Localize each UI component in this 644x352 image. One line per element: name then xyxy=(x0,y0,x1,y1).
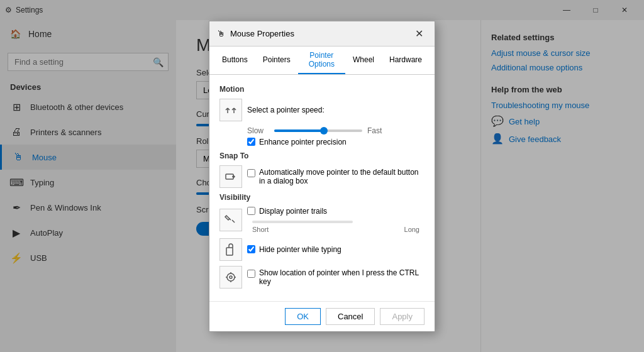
dialog-body: Motion Select a pointer speed: Slow xyxy=(209,75,435,301)
trails-slider[interactable] xyxy=(252,221,353,223)
motion-icon xyxy=(219,99,242,121)
show-ctrl-label: Show location of pointer when I press th… xyxy=(259,268,425,286)
speed-fill xyxy=(274,129,323,132)
dialog-title-icon: 🖱 xyxy=(217,29,225,38)
precision-label: Enhance pointer precision xyxy=(259,138,347,146)
trails-icon xyxy=(219,209,242,231)
show-ctrl-icon xyxy=(219,266,242,289)
dialog-titlebar: 🖱 Mouse Properties ✕ xyxy=(209,21,435,47)
trails-label: Display pointer trails xyxy=(259,207,327,216)
tab-buttons[interactable]: Buttons xyxy=(214,47,255,74)
trails-labels: Short Long xyxy=(252,226,419,233)
show-ctrl-checkbox-row: Show location of pointer when I press th… xyxy=(247,268,425,286)
hide-label: Hide pointer while typing xyxy=(259,245,341,254)
long-label: Long xyxy=(404,226,419,233)
apply-button[interactable]: Apply xyxy=(380,308,425,325)
hide-checkbox[interactable] xyxy=(247,245,255,253)
tab-hardware[interactable]: Hardware xyxy=(382,47,430,74)
dialog-tabs: Buttons Pointers Pointer Options Wheel H… xyxy=(209,47,435,75)
ok-button[interactable]: OK xyxy=(285,308,321,325)
cancel-button[interactable]: Cancel xyxy=(326,308,375,325)
snap-row: Automatically move pointer to the defaul… xyxy=(219,165,425,188)
snap-checkbox[interactable] xyxy=(247,169,255,177)
snap-label: Automatically move pointer to the defaul… xyxy=(259,168,425,185)
snap-checkbox-row: Automatically move pointer to the defaul… xyxy=(247,168,425,185)
dialog-close-button[interactable]: ✕ xyxy=(411,26,427,41)
trails-checkbox-row: Display pointer trails xyxy=(247,207,425,216)
hide-content: Hide pointer while typing xyxy=(247,245,425,254)
slow-label: Slow xyxy=(247,126,269,135)
dialog-title: 🖱 Mouse Properties xyxy=(217,29,294,38)
speed-label: Select a pointer speed: xyxy=(247,106,425,114)
fast-label: Fast xyxy=(367,126,389,135)
motion-row: Select a pointer speed: xyxy=(219,99,425,121)
snap-section-title: Snap To xyxy=(219,151,425,160)
hide-icon xyxy=(219,238,242,261)
tab-wheel[interactable]: Wheel xyxy=(345,47,382,74)
snap-icon xyxy=(219,165,242,188)
show-ctrl-checkbox[interactable] xyxy=(247,270,255,278)
trails-row: Display pointer trails Short Long xyxy=(219,207,425,233)
visibility-section-title: Visibility xyxy=(219,193,425,202)
hide-checkbox-row: Hide pointer while typing xyxy=(247,245,425,254)
speed-thumb[interactable] xyxy=(320,127,328,135)
trails-slider-row xyxy=(247,218,425,226)
speed-slider[interactable] xyxy=(274,129,362,132)
svg-rect-1 xyxy=(226,248,233,255)
speed-slider-row: Slow Fast xyxy=(247,126,425,135)
dialog-title-text: Mouse Properties xyxy=(230,29,294,38)
precision-checkbox[interactable] xyxy=(247,138,255,146)
tab-pointer-options[interactable]: Pointer Options xyxy=(298,47,345,74)
dialog-overlay: 🖱 Mouse Properties ✕ Buttons Pointers Po… xyxy=(0,0,644,352)
dialog-footer: OK Cancel Apply xyxy=(209,301,435,331)
motion-content: Select a pointer speed: xyxy=(247,106,425,114)
precision-row: Enhance pointer precision xyxy=(247,138,425,146)
show-ctrl-content: Show location of pointer when I press th… xyxy=(247,268,425,286)
mouse-properties-dialog: 🖱 Mouse Properties ✕ Buttons Pointers Po… xyxy=(209,21,435,332)
tab-pointers[interactable]: Pointers xyxy=(255,47,298,74)
trails-content: Display pointer trails Short Long xyxy=(247,207,425,233)
short-label: Short xyxy=(252,226,269,233)
svg-point-2 xyxy=(227,273,235,281)
snap-content: Automatically move pointer to the defaul… xyxy=(247,168,425,185)
trails-checkbox[interactable] xyxy=(247,207,255,215)
motion-section-title: Motion xyxy=(219,85,425,94)
hide-row: Hide pointer while typing xyxy=(219,238,425,261)
svg-point-3 xyxy=(230,276,232,278)
show-ctrl-row: Show location of pointer when I press th… xyxy=(219,266,425,289)
